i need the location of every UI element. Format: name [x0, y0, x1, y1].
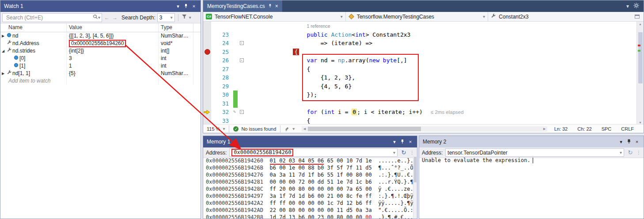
- watch-row[interactable]: ▶nd[1, 1]{5}NumShar…: [0, 70, 201, 77]
- editor-vertical-scrollbar[interactable]: ▲ ▼: [636, 22, 644, 125]
- close-icon[interactable]: ×: [190, 4, 198, 9]
- code-line[interactable]: });: [246, 91, 644, 99]
- refresh-icon[interactable]: ↻: [627, 149, 634, 156]
- code-line[interactable]: for (int i = 0; i < iterate; i++)≤ 2ms e…: [246, 108, 644, 117]
- watch-row[interactable]: [1]1int: [0, 62, 201, 70]
- value-cell[interactable]: 3: [67, 55, 159, 62]
- breakpoint-margin[interactable]: [203, 99, 211, 108]
- value-cell[interactable]: 0x000002556b194260: [67, 40, 159, 47]
- chevron-down-icon[interactable]: ▾: [393, 150, 395, 155]
- code-line[interactable]: {1, 2, 3},: [246, 73, 644, 82]
- breakpoint-margin[interactable]: [203, 39, 211, 48]
- split-editor-icon[interactable]: [635, 15, 640, 19]
- chevron-down-icon[interactable]: ▾: [223, 126, 225, 131]
- collapse-icon[interactable]: -: [240, 110, 244, 114]
- scrollbar-thumb[interactable]: [638, 32, 643, 83]
- breakpoint-margin[interactable]: [203, 73, 211, 82]
- watch-row[interactable]: ◢nd.strides{int[2]}int[]: [0, 47, 201, 55]
- value-cell[interactable]: {int[2]}: [67, 47, 159, 55]
- code-editor[interactable]: 1 reference23public Action<int> Constant…: [203, 22, 644, 125]
- value-cell[interactable]: {[[1, 2, 3], [4, 5, 6]]}: [67, 32, 159, 40]
- scroll-left-icon[interactable]: ◀: [302, 127, 307, 131]
- space-indicator[interactable]: SPC: [602, 126, 612, 132]
- breakpoint-margin[interactable]: [203, 91, 211, 99]
- eol-indicator[interactable]: CRLF: [621, 126, 634, 132]
- chevron-down-icon[interactable]: ▾: [626, 3, 629, 9]
- horizontal-scrollbar[interactable]: ◀ ▶: [302, 126, 547, 132]
- code-line[interactable]: {: [246, 65, 644, 74]
- breakpoint-margin[interactable]: [203, 22, 211, 30]
- code-line[interactable]: public Action<int> Constant2x3: [246, 30, 644, 39]
- column-type[interactable]: Type: [159, 23, 193, 32]
- chevron-down-icon[interactable]: ▾: [620, 150, 622, 155]
- change-mark[interactable]: [638, 50, 640, 52]
- search-forward-icon[interactable]: →: [112, 15, 118, 21]
- memory-dump[interactable]: 0x000002556B194260 01 02 03 04 05 06 65 …: [203, 156, 417, 219]
- value-cell[interactable]: 1: [67, 62, 159, 70]
- memory1-scrollbar[interactable]: [413, 156, 417, 219]
- gear-icon[interactable]: [633, 3, 639, 10]
- expander-icon[interactable]: ▶: [0, 32, 6, 40]
- window-menu-icon[interactable]: ▾: [390, 139, 398, 145]
- tab-memory-testing-cases[interactable]: MemoryTestingCases.cs ×: [203, 0, 282, 12]
- code-cleanup-icon[interactable]: [284, 126, 290, 132]
- column-value[interactable]: Value: [67, 23, 159, 32]
- code-line[interactable]: {: [246, 48, 644, 57]
- collapse-icon[interactable]: -: [240, 41, 244, 45]
- watch-search-box[interactable]: ▾: [2, 13, 102, 22]
- scrollbar-thumb[interactable]: [414, 157, 417, 182]
- breakpoint-margin[interactable]: [203, 82, 211, 91]
- code-line[interactable]: => (iterate) =>: [246, 39, 644, 48]
- watch-row[interactable]: [0]3int: [0, 55, 201, 62]
- pin-icon[interactable]: [182, 4, 190, 9]
- code-line[interactable]: {4, 5, 6}: [246, 82, 644, 91]
- scroll-right-icon[interactable]: ▶: [542, 127, 547, 131]
- scroll-up-icon[interactable]: ▲: [637, 23, 644, 26]
- member-dropdown[interactable]: Constant2x3: [488, 12, 630, 22]
- code-line[interactable]: var nd = np.array(new byte[,]: [246, 56, 644, 65]
- breakpoint-indicator[interactable]: [205, 49, 210, 55]
- memory2-body[interactable]: Unable to evaluate the expression.: [419, 156, 644, 219]
- pin-icon[interactable]: [625, 139, 633, 145]
- breakpoint-margin[interactable]: [203, 65, 211, 74]
- close-icon[interactable]: ×: [406, 139, 414, 144]
- code-line[interactable]: [246, 99, 644, 108]
- breakpoint-mark[interactable]: [638, 45, 640, 46]
- chevron-down-icon[interactable]: ▾: [292, 126, 295, 131]
- scrollbar-thumb[interactable]: [308, 127, 420, 131]
- issues-status[interactable]: No issues found: [241, 126, 276, 132]
- expander-icon[interactable]: ▶: [0, 70, 6, 77]
- close-icon[interactable]: ×: [633, 139, 641, 144]
- expander-icon[interactable]: ◢: [0, 47, 6, 55]
- pin-icon[interactable]: [398, 139, 406, 145]
- refresh-icon[interactable]: ↻: [400, 149, 407, 156]
- window-menu-icon[interactable]: ▾: [617, 139, 625, 145]
- project-dropdown[interactable]: C# TensorFlowNET.Console ▾: [203, 12, 346, 22]
- watch-row[interactable]: ▶nd{[[1, 2, 3], [4, 5, 6]]}NumShar…: [0, 32, 201, 40]
- search-back-icon[interactable]: ←: [104, 15, 110, 21]
- search-icon[interactable]: [93, 14, 98, 21]
- pin-icon[interactable]: [268, 3, 272, 9]
- watch-row[interactable]: Add item to watch: [0, 77, 201, 85]
- search-depth-select[interactable]: 3 ▾: [157, 13, 175, 22]
- breakpoint-margin[interactable]: [203, 56, 211, 65]
- close-icon[interactable]: ×: [275, 3, 278, 9]
- current-statement-arrow-icon[interactable]: [203, 108, 211, 117]
- chevron-down-icon[interactable]: ▾: [189, 15, 191, 20]
- toolbar-overflow-icon[interactable]: ⋮: [636, 150, 641, 155]
- watch-search-input[interactable]: [5, 14, 93, 21]
- scroll-down-icon[interactable]: ▼: [637, 121, 644, 124]
- breakpoint-margin[interactable]: [203, 30, 211, 39]
- chevron-down-icon[interactable]: ▾: [98, 15, 100, 20]
- value-cell[interactable]: {5}: [67, 70, 159, 77]
- zoom-select[interactable]: 115 %: [207, 126, 220, 132]
- breakpoint-margin[interactable]: [203, 48, 211, 57]
- column-name[interactable]: Name: [0, 23, 67, 32]
- collapse-icon[interactable]: -: [240, 58, 244, 62]
- filter-icon[interactable]: [182, 14, 187, 21]
- toolbar-overflow-icon[interactable]: ⋮: [410, 150, 414, 155]
- window-menu-icon[interactable]: ▾: [174, 4, 182, 9]
- watch-row[interactable]: nd.Address0x000002556b194260void*: [0, 40, 201, 47]
- value-cell[interactable]: [67, 77, 159, 85]
- type-dropdown[interactable]: Tensorflow.MemoryTestingCases ▾: [346, 12, 489, 22]
